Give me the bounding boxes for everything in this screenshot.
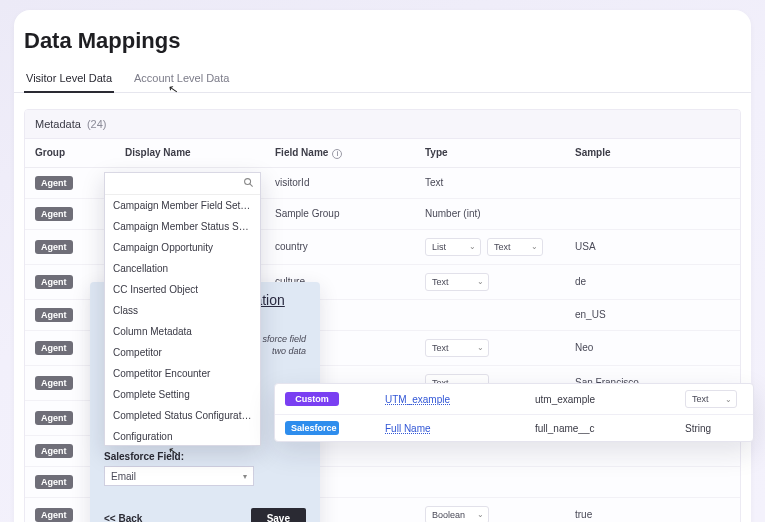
- type-select[interactable]: Text⌄: [425, 273, 489, 291]
- type-cell: [415, 299, 565, 330]
- chevron-down-icon: ▾: [243, 472, 247, 481]
- example-api-name: utm_example: [535, 394, 685, 405]
- section-count: (24): [87, 118, 107, 130]
- field-name-cell: visitorId: [265, 167, 415, 198]
- col-header-group[interactable]: Group: [25, 139, 115, 167]
- type-select[interactable]: Text⌄: [685, 390, 737, 408]
- sample-cell: true: [565, 497, 740, 522]
- field-name-cell: Sample Group: [265, 198, 415, 229]
- tab-visitor-level[interactable]: Visitor Level Data: [24, 66, 114, 92]
- sample-cell: en_US: [565, 299, 740, 330]
- col-header-type[interactable]: Type: [415, 139, 565, 167]
- dropdown-item[interactable]: Campaign Member Status Setting: [105, 216, 260, 237]
- agent-badge: Agent: [35, 376, 73, 390]
- sf-field-label: Salesforce Field:: [104, 451, 306, 462]
- dropdown-item[interactable]: Column Metadata: [105, 321, 260, 342]
- object-dropdown: Campaign Member Field SettingCampaign Me…: [104, 172, 261, 446]
- tabs: Visitor Level Data Account Level Data: [14, 66, 751, 93]
- page-title: Data Mappings: [14, 28, 751, 66]
- badge-salesforce: Salesforce: [285, 421, 339, 435]
- subtype-select[interactable]: Text⌄: [487, 238, 543, 256]
- type-select[interactable]: Boolean⌄: [425, 506, 489, 523]
- example-link[interactable]: Full Name: [385, 423, 431, 434]
- chevron-down-icon: ⌄: [725, 395, 732, 404]
- example-api-name: full_name__c: [535, 423, 685, 434]
- agent-badge: Agent: [35, 475, 73, 489]
- dropdown-search-input[interactable]: [111, 178, 254, 189]
- svg-line-1: [250, 184, 253, 187]
- type-cell: Number (int): [415, 198, 565, 229]
- dropdown-item[interactable]: Campaign Member Field Setting: [105, 195, 260, 216]
- agent-badge: Agent: [35, 411, 73, 425]
- type-cell: List⌄Text⌄: [415, 229, 565, 264]
- section-header[interactable]: Metadata (24): [25, 110, 740, 139]
- search-icon[interactable]: [243, 177, 254, 190]
- type-cell: Text⌄: [415, 264, 565, 299]
- agent-badge: Agent: [35, 176, 73, 190]
- type-cell: Boolean⌄: [415, 497, 565, 522]
- sample-cell: [565, 167, 740, 198]
- example-link[interactable]: UTM_example: [385, 394, 450, 405]
- col-header-sample[interactable]: Sample: [565, 139, 740, 167]
- agent-badge: Agent: [35, 444, 73, 458]
- field-example-row: Custom UTM_example utm_example Text⌄: [275, 384, 753, 414]
- dropdown-search: [105, 173, 260, 195]
- section-label: Metadata: [35, 118, 81, 130]
- col-header-display[interactable]: Display Name: [115, 139, 265, 167]
- field-name-cell: country: [265, 229, 415, 264]
- type-cell: Text: [415, 167, 565, 198]
- agent-badge: Agent: [35, 207, 73, 221]
- agent-badge: Agent: [35, 240, 73, 254]
- sample-cell: [565, 198, 740, 229]
- sample-cell: Neo: [565, 330, 740, 365]
- dropdown-item[interactable]: CC Inserted Object: [105, 279, 260, 300]
- back-button[interactable]: << Back: [104, 513, 142, 522]
- dropdown-item[interactable]: Cancellation: [105, 258, 260, 279]
- dropdown-item[interactable]: Completed Status Configuration: [105, 405, 260, 426]
- dropdown-item[interactable]: Complete Setting: [105, 384, 260, 405]
- dropdown-item[interactable]: Configuration: [105, 426, 260, 445]
- info-icon[interactable]: i: [332, 149, 342, 159]
- dropdown-item[interactable]: Competitor: [105, 342, 260, 363]
- tab-account-level[interactable]: Account Level Data: [132, 66, 231, 92]
- dropdown-item[interactable]: Campaign Opportunity: [105, 237, 260, 258]
- field-example-card: Custom UTM_example utm_example Text⌄ Sal…: [274, 383, 754, 442]
- dropdown-item[interactable]: Competitor Encounter: [105, 363, 260, 384]
- save-button[interactable]: Save: [251, 508, 306, 522]
- badge-custom: Custom: [285, 392, 339, 406]
- field-example-row: Salesforce Full Name full_name__c String: [275, 414, 753, 441]
- type-cell: Text⌄: [415, 330, 565, 365]
- svg-point-0: [245, 179, 251, 185]
- sample-cell: de: [565, 264, 740, 299]
- agent-badge: Agent: [35, 341, 73, 355]
- agent-badge: Agent: [35, 508, 73, 522]
- col-header-field[interactable]: Field Namei: [265, 139, 415, 167]
- sample-cell: USA: [565, 229, 740, 264]
- agent-badge: Agent: [35, 308, 73, 322]
- type-label: String: [685, 423, 743, 434]
- dropdown-item[interactable]: Class: [105, 300, 260, 321]
- type-select[interactable]: List⌄: [425, 238, 481, 256]
- dropdown-list: Campaign Member Field SettingCampaign Me…: [105, 195, 260, 445]
- sample-cell: [565, 466, 740, 497]
- sf-field-select[interactable]: Email ▾: [104, 466, 254, 486]
- type-select[interactable]: Text⌄: [425, 339, 489, 357]
- type-cell: [415, 466, 565, 497]
- agent-badge: Agent: [35, 275, 73, 289]
